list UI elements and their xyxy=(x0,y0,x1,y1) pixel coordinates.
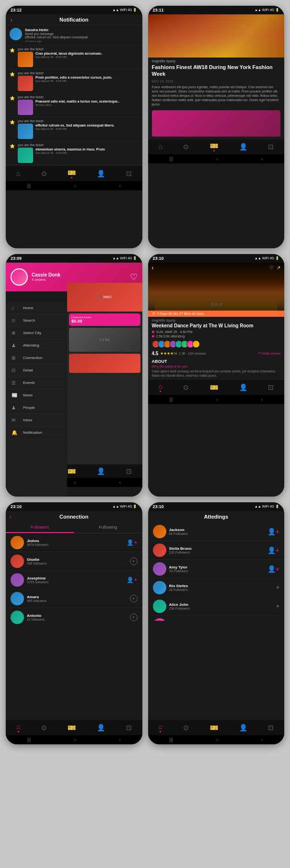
menu-item-attending[interactable]: ♟ Attending xyxy=(6,339,67,352)
event-share-btn[interactable]: ↗ xyxy=(277,265,280,270)
nav-search-2[interactable]: ⊙ xyxy=(183,143,189,150)
bottom-nav-4: ⌂ ⊙ 🎫 👤 ⊡ xyxy=(148,379,285,395)
sys-recent-4[interactable]: ‹ xyxy=(261,397,263,402)
menu-item-news[interactable]: 📰 News xyxy=(6,389,67,402)
conn-action-4[interactable]: + xyxy=(130,613,138,621)
nav-ticket-2[interactable]: 🎫 xyxy=(210,142,218,151)
conn-item-4[interactable]: Antonio 21 followers + xyxy=(6,608,142,626)
nav-more-3[interactable]: ⊡ xyxy=(126,467,132,475)
nav-ticket-5[interactable]: 🎫 xyxy=(68,724,76,731)
att-item-2[interactable]: Amy Tylor 70 Followers 👤+ xyxy=(148,560,285,579)
conn-item-1[interactable]: Giselle 346 followers + xyxy=(6,552,142,571)
conn-action-1[interactable]: + xyxy=(130,557,138,565)
sys-back-5[interactable]: ||| xyxy=(27,737,31,742)
menu-user-avatar xyxy=(11,268,28,286)
att-action-0[interactable]: 👤+ xyxy=(267,528,279,535)
sys-recent-2[interactable]: ‹ xyxy=(261,156,263,162)
panel-event-card[interactable]: Featured Event $5.00 xyxy=(69,313,140,326)
conn-action-0[interactable]: 👤+ xyxy=(127,539,137,546)
write-review-btn[interactable]: ✏ Write review xyxy=(258,351,280,355)
nav-home-1[interactable]: ⌂ xyxy=(16,170,20,177)
conn-back-arrow[interactable]: ‹ xyxy=(10,513,12,520)
connection-title: Connection xyxy=(6,511,142,522)
nav-profile-1[interactable]: 👤 xyxy=(97,170,105,177)
ticket-item-3[interactable]: ⭐ you win the ticket efficitur rutrum ex… xyxy=(6,117,142,141)
att-action-3[interactable]: + xyxy=(276,584,279,591)
nav-more-2[interactable]: ⊡ xyxy=(268,143,274,150)
sys-home-1[interactable]: ○ xyxy=(73,183,76,188)
attendings-title: Attedings xyxy=(148,511,285,522)
menu-item-people[interactable]: ♟ People xyxy=(6,402,67,414)
nav-profile-3[interactable]: 👤 xyxy=(97,467,105,475)
menu-item-inbox[interactable]: ✉ Inbox xyxy=(6,414,67,427)
ticket-item-4[interactable]: ⭐ you win the ticket elementum viverra, … xyxy=(6,141,142,165)
conn-item-3[interactable]: Amara 465 followers + xyxy=(6,590,142,608)
nav-home-6[interactable]: ⌂ xyxy=(158,723,162,732)
nav-profile-6[interactable]: 👤 xyxy=(239,724,247,731)
conn-action-3[interactable]: + xyxy=(130,595,138,602)
att-action-4[interactable]: + xyxy=(276,603,279,610)
nav-home-2[interactable]: ⌂ xyxy=(158,143,162,150)
sys-home-5[interactable]: ○ xyxy=(73,737,76,742)
nav-search-5[interactable]: ⊙ xyxy=(41,724,47,731)
att-item-5[interactable]: Amy 25k Followers + xyxy=(148,616,285,621)
nav-home-5[interactable]: ⌂ xyxy=(16,723,20,732)
sys-home-4[interactable]: ○ xyxy=(216,397,219,402)
nav-profile-4[interactable]: 👤 xyxy=(239,383,247,391)
conn-item-0[interactable]: Jiohns 347k followers 👤+ xyxy=(6,533,142,552)
sys-back-6[interactable]: ||| xyxy=(169,737,173,742)
nav-more-4[interactable]: ⊡ xyxy=(268,383,274,391)
conn-action-2[interactable]: 👤+ xyxy=(127,577,137,583)
sys-home-3[interactable]: ○ xyxy=(73,480,76,485)
nav-ticket-4[interactable]: 🎫 xyxy=(210,383,218,391)
att-item-1[interactable]: Stella Bruno 120 Followers 👤+ xyxy=(148,541,285,560)
nav-ticket-1[interactable]: 🎫 xyxy=(68,169,76,178)
menu-heart-icon[interactable]: ♡ xyxy=(130,272,138,282)
nav-search-6[interactable]: ⊙ xyxy=(183,724,189,731)
tab-followers[interactable]: Followers xyxy=(6,522,74,533)
menu-user-info: Cassie Donk 4 orders xyxy=(32,272,60,282)
att-action-2[interactable]: 👤+ xyxy=(267,565,279,573)
menu-item-connection[interactable]: ⊞ Connection xyxy=(6,352,67,364)
menu-item-search[interactable]: ⊙ Search xyxy=(6,314,67,327)
att-action-1[interactable]: 👤+ xyxy=(267,546,279,554)
sys-recent-5[interactable]: ‹ xyxy=(119,737,121,742)
nav-profile-2[interactable]: 👤 xyxy=(239,143,247,150)
menu-item-home[interactable]: ⌂ Home xyxy=(6,302,67,314)
sys-back-1[interactable]: ||| xyxy=(27,183,31,188)
sys-recent-1[interactable]: ‹ xyxy=(119,183,121,188)
event-back-btn[interactable]: ‹ xyxy=(152,265,154,271)
nav-ticket-3[interactable]: 🎫 xyxy=(68,467,76,475)
nav-profile-5[interactable]: 👤 xyxy=(97,724,105,731)
ticket-item-2[interactable]: ⭐ you win the ticket Praesent odio erat,… xyxy=(6,93,142,117)
nav-more-5[interactable]: ⊡ xyxy=(126,724,132,731)
sys-back-4[interactable]: ||| xyxy=(169,397,173,402)
sys-back-2[interactable]: ||| xyxy=(169,156,173,162)
nav-more-1[interactable]: ⊡ xyxy=(126,170,132,177)
menu-item-notification[interactable]: 🔔 Notification xyxy=(6,427,67,439)
sys-home-6[interactable]: ○ xyxy=(216,737,219,742)
menu-item-events[interactable]: ☰ Events xyxy=(6,377,67,389)
back-arrow[interactable]: ‹ xyxy=(11,17,12,23)
event-heart-btn[interactable]: ♡ xyxy=(269,265,274,270)
tab-following[interactable]: Following xyxy=(74,522,142,533)
nav-ticket-6[interactable]: 🎫 xyxy=(210,724,218,731)
nav-home-4[interactable]: ⌂ xyxy=(158,382,162,392)
conn-item-2[interactable]: Josephine 3765 followers 👤+ xyxy=(6,571,142,590)
nav-more-6[interactable]: ⊡ xyxy=(268,724,274,731)
ticket-desc-3: efficitur rutrum ex. Sed aliquam consequ… xyxy=(35,124,139,139)
menu-item-city[interactable]: ⊕ Select City xyxy=(6,327,67,339)
att-item-4[interactable]: Alice John 25k Followers + xyxy=(148,597,285,616)
att-item-3[interactable]: Rio Stefen 2k Followers + xyxy=(148,579,285,597)
menu-user-name: Cassie Donk xyxy=(32,272,60,278)
nav-search-4[interactable]: ⊙ xyxy=(183,383,189,391)
sys-recent-3[interactable]: ‹ xyxy=(119,480,121,485)
nav-search-1[interactable]: ⊙ xyxy=(41,170,47,177)
sys-home-2[interactable]: ○ xyxy=(216,156,219,162)
ticket-item-1[interactable]: ⭐ you win the ticket Proin porttitor, od… xyxy=(6,69,142,93)
ticket-item-0[interactable]: ⭐ you win the ticket Cras placerat, lacu… xyxy=(6,46,142,69)
menu-item-detail[interactable]: ⊡ Detail xyxy=(6,364,67,377)
att-item-0[interactable]: Jackson 6k Followers 👤+ xyxy=(148,522,285,541)
main-notification[interactable]: Sandra Helin Send you message efficitur … xyxy=(6,25,142,46)
sys-recent-6[interactable]: ‹ xyxy=(261,737,263,742)
